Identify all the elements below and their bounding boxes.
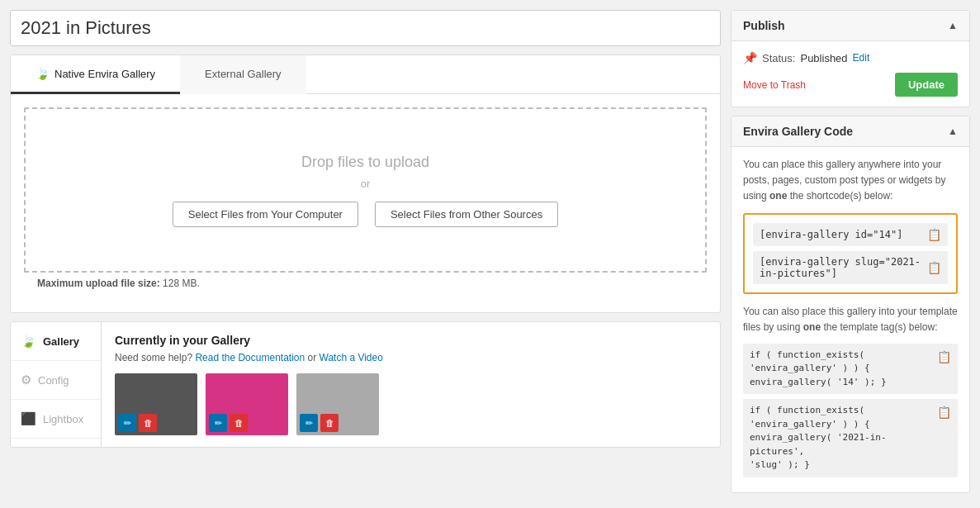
publish-panel: Publish ▲ 📌 Status: Published Edit Move … bbox=[731, 10, 970, 107]
status-value: Published bbox=[800, 52, 847, 64]
template-info-text: You can also place this gallery into you… bbox=[743, 304, 958, 335]
gallery-tabs: 🍃 Native Envira Gallery External Gallery bbox=[11, 55, 720, 94]
upload-buttons: Select Files from Your Computer Select F… bbox=[173, 202, 558, 227]
code-panel-title: Envira Gallery Code bbox=[743, 125, 853, 138]
gallery-content: Currently in your Gallery Need some help… bbox=[102, 322, 720, 447]
lightbox-nav-icon: ⬛ bbox=[21, 411, 36, 426]
tab-external[interactable]: External Gallery bbox=[180, 55, 305, 94]
code-panel-header: Envira Gallery Code ▲ bbox=[731, 116, 969, 147]
gallery-content-title: Currently in your Gallery bbox=[115, 334, 707, 347]
shortcode-row-1: [envira-gallery id="14"] 📋 bbox=[753, 223, 948, 246]
template-code-row-2: if ( function_exists( 'envira_gallery' )… bbox=[743, 399, 958, 477]
bottom-panel: 🍃 Gallery ⚙ Config ⬛ Lightbox Currently … bbox=[10, 321, 721, 448]
gallery-nav-icon: 🍃 bbox=[21, 334, 36, 349]
select-from-other-button[interactable]: Select Files from Other Sources bbox=[375, 202, 558, 227]
max-upload-label: Maximum upload file size: bbox=[37, 278, 160, 289]
sidebar-nav: 🍃 Gallery ⚙ Config ⬛ Lightbox bbox=[11, 322, 102, 447]
config-nav-icon: ⚙ bbox=[21, 373, 31, 387]
thumb-edit-btn-1[interactable]: ✏ bbox=[118, 414, 136, 432]
copy-shortcode-1-icon[interactable]: 📋 bbox=[927, 228, 941, 241]
thumbnail-2: ✏ 🗑 bbox=[206, 373, 288, 435]
copy-template-1-icon[interactable]: 📋 bbox=[937, 349, 951, 366]
tab-native-label: Native Envira Gallery bbox=[54, 68, 155, 80]
thumb-edit-btn-3[interactable]: ✏ bbox=[300, 414, 318, 432]
code-panel-chevron-icon: ▲ bbox=[948, 126, 958, 137]
upload-or-text: or bbox=[361, 178, 371, 190]
template-code-1-value: if ( function_exists( 'envira_gallery' )… bbox=[750, 349, 887, 390]
gallery-title-input[interactable] bbox=[10, 10, 721, 46]
publish-panel-body: 📌 Status: Published Edit Move to Trash U… bbox=[731, 41, 969, 107]
shortcode-box: [envira-gallery id="14"] 📋 [envira-galle… bbox=[743, 213, 958, 294]
watch-video-link[interactable]: Watch a Video bbox=[320, 352, 383, 363]
sidebar-item-config[interactable]: ⚙ Config bbox=[11, 361, 101, 400]
edit-status-link[interactable]: Edit bbox=[853, 52, 870, 64]
gallery-thumbnails: ✏ 🗑 ✏ 🗑 ✏ bbox=[115, 373, 707, 435]
upload-dropzone[interactable]: Drop files to upload or Select Files fro… bbox=[24, 107, 707, 273]
sidebar-item-gallery[interactable]: 🍃 Gallery bbox=[11, 322, 101, 361]
move-to-trash-link[interactable]: Move to Trash bbox=[743, 79, 806, 91]
select-from-computer-button[interactable]: Select Files from Your Computer bbox=[173, 202, 358, 227]
shortcode-row-2: [envira-gallery slug="2021-in-pictures"]… bbox=[753, 251, 948, 284]
sidebar-lightbox-label: Lightbox bbox=[43, 413, 83, 425]
sidebar-item-lightbox[interactable]: ⬛ Lightbox bbox=[11, 400, 101, 439]
max-upload-value: 128 MB. bbox=[163, 278, 200, 289]
max-upload-info: Maximum upload file size: 128 MB. bbox=[24, 273, 707, 299]
status-label: Status: bbox=[762, 52, 795, 64]
shortcode-2-value: [envira-gallery slug="2021-in-pictures"] bbox=[760, 256, 927, 279]
thumbnail-3: ✏ 🗑 bbox=[296, 373, 379, 435]
status-row: 📌 Status: Published Edit bbox=[743, 51, 958, 64]
sidebar-gallery-label: Gallery bbox=[43, 335, 79, 348]
publish-panel-header: Publish ▲ bbox=[731, 11, 969, 41]
upload-area-wrap: Drop files to upload or Select Files fro… bbox=[11, 94, 720, 312]
tab-external-label: External Gallery bbox=[205, 68, 281, 80]
publish-chevron-icon: ▲ bbox=[948, 20, 958, 31]
thumb-delete-btn-2[interactable]: 🗑 bbox=[230, 414, 248, 432]
tab-native[interactable]: 🍃 Native Envira Gallery bbox=[11, 55, 180, 94]
pin-icon: 📌 bbox=[743, 51, 757, 64]
publish-actions: Move to Trash Update bbox=[743, 73, 958, 97]
thumb-delete-btn-1[interactable]: 🗑 bbox=[139, 414, 157, 432]
drop-text: Drop files to upload bbox=[301, 154, 429, 171]
read-docs-link[interactable]: Read the Documentation bbox=[195, 352, 305, 363]
update-button[interactable]: Update bbox=[895, 73, 958, 97]
sidebar-config-label: Config bbox=[38, 374, 69, 387]
code-panel-body: You can place this gallery anywhere into… bbox=[731, 147, 969, 492]
gallery-help-text: Need some help? Read the Documentation o… bbox=[115, 352, 707, 363]
leaf-icon: 🍃 bbox=[36, 67, 50, 80]
template-code-row-1: if ( function_exists( 'envira_gallery' )… bbox=[743, 344, 958, 395]
shortcode-1-value: [envira-gallery id="14"] bbox=[760, 229, 902, 240]
thumb-edit-btn-2[interactable]: ✏ bbox=[209, 414, 227, 432]
template-code-2-value: if ( function_exists( 'envira_gallery' )… bbox=[750, 404, 937, 472]
code-panel: Envira Gallery Code ▲ You can place this… bbox=[731, 116, 970, 493]
copy-shortcode-2-icon[interactable]: 📋 bbox=[927, 261, 941, 274]
thumb-delete-btn-3[interactable]: 🗑 bbox=[320, 414, 339, 432]
gallery-panel: 🍃 Native Envira Gallery External Gallery… bbox=[10, 55, 721, 313]
code-info-text: You can place this gallery anywhere into… bbox=[743, 157, 958, 205]
copy-template-2-icon[interactable]: 📋 bbox=[937, 404, 951, 421]
thumbnail-1: ✏ 🗑 bbox=[115, 373, 197, 435]
publish-title: Publish bbox=[743, 19, 785, 32]
